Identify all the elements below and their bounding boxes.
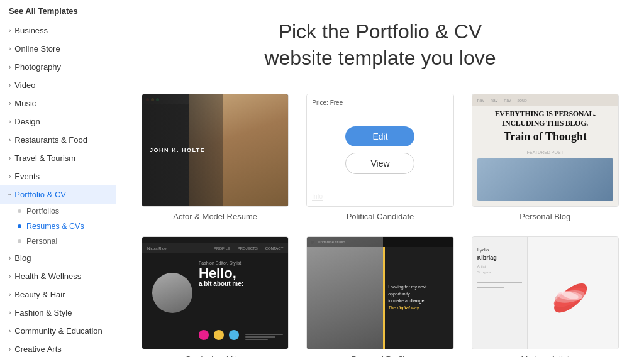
chevron-right-icon: › [9,100,11,107]
sidebar-item-portfolio-cv[interactable]: › Portfolio & CV [0,185,116,204]
view-button-political[interactable]: View [345,153,414,174]
template-card-modern-artist[interactable]: Lydia Kibriag ArtistSculptor [472,236,619,357]
sidebar-item-restaurants-food[interactable]: › Restaurants & Food [0,131,116,149]
price-badge: Price: Free [312,99,343,106]
sidebar: See All Templates › Business › Online St… [0,0,116,357]
edit-button-actor[interactable]: Edit [180,126,250,146]
sidebar-subitem-resumes-cvs[interactable]: Resumes & CVs [0,219,116,234]
sidebar-item-label: Fashion & Style [14,308,72,317]
sidebar-item-label: Portfolio & CV [14,190,66,199]
chevron-right-icon: › [9,273,11,280]
chevron-right-icon: › [9,118,11,125]
chevron-right-icon: › [9,255,11,261]
template-card-profile[interactable]: underline.studio Looking for my next opp… [306,236,453,357]
thumb-overlay-political: Edit View [307,94,453,206]
sidebar-item-community-education[interactable]: › Community & Education [0,322,116,340]
chevron-right-icon: › [9,291,11,298]
template-card-actor-model[interactable]: JOHN K. HOLTE Edit View Actor & Model Re… [142,94,289,221]
sidebar-item-video[interactable]: › Video [0,76,116,94]
sidebar-item-label: Creative Arts [14,344,61,354]
sidebar-subitem-label: Portfolios [26,207,59,216]
template-card-personal-blog[interactable]: navnavnavsoup EVERYTHING IS PERSONAL. IN… [472,94,619,221]
edit-button-blog[interactable]: Edit [511,126,580,146]
chevron-right-icon: › [9,63,11,70]
sidebar-subitem-label: Personal [26,237,57,246]
sidebar-item-label: Blog [14,253,31,263]
template-label-profile: Personal Profile [306,354,453,357]
view-button-blog[interactable]: View [511,153,580,174]
template-card-cv[interactable]: Nicola RiderPROFILEPROJECTSCONTACT Fashi… [142,236,289,357]
template-label-artist: Modern Artist [472,354,619,357]
view-button-actor[interactable]: View [180,153,250,174]
sidebar-subitem-portfolios[interactable]: Portfolios [0,204,116,219]
sidebar-subitem-personal[interactable]: Personal [0,234,116,249]
chevron-right-icon: › [9,173,11,180]
chevron-right-icon: › [9,327,11,334]
bullet-icon [18,224,21,228]
main-content: Pick the Portfolio & CV website template… [116,0,644,357]
sidebar-item-label: Design [14,117,40,126]
chevron-right-icon: › [9,45,11,52]
template-thumb-profile[interactable]: underline.studio Looking for my next opp… [306,236,453,349]
sidebar-item-beauty-hair[interactable]: › Beauty & Hair [0,285,116,304]
template-thumb-political[interactable]: Price: Free Info Edit View [306,94,453,207]
edit-button-artist[interactable]: Edit [511,269,580,289]
sidebar-item-photography[interactable]: › Photography [0,58,116,76]
template-label-blog: Personal Blog [472,212,619,221]
template-grid: JOHN K. HOLTE Edit View Actor & Model Re… [142,94,619,357]
sidebar-item-health-wellness[interactable]: › Health & Wellness [0,267,116,285]
sidebar-item-blog[interactable]: › Blog [0,249,116,267]
sidebar-item-label: Music [14,99,36,108]
sidebar-item-label: Community & Education [14,326,102,336]
sidebar-item-events[interactable]: › Events [0,167,116,185]
chevron-right-icon: › [9,136,11,143]
sidebar-item-label: Travel & Tourism [14,153,75,163]
template-thumb-cv[interactable]: Nicola RiderPROFILEPROJECTSCONTACT Fashi… [142,236,289,349]
chevron-down-icon: › [6,194,13,195]
sidebar-item-online-store[interactable]: › Online Store [0,40,116,58]
chevron-right-icon: › [9,346,11,353]
page-title: Pick the Portfolio & CV website template… [142,19,619,71]
template-label-political: Political Candidate [306,212,453,221]
view-button-artist[interactable]: View [511,295,580,317]
sidebar-item-creative-arts[interactable]: › Creative Arts [0,340,116,357]
sidebar-header: See All Templates [0,0,116,21]
bullet-icon [18,239,21,243]
template-card-political[interactable]: Price: Free Info Edit View Political Can… [306,94,453,221]
template-thumb-modern-artist[interactable]: Lydia Kibriag ArtistSculptor [472,236,619,349]
sidebar-item-label: Business [14,26,48,35]
edit-button-profile[interactable]: Edit [345,269,414,289]
sidebar-subitem-label: Resumes & CVs [26,222,84,231]
chevron-right-icon: › [9,309,11,316]
sidebar-item-design[interactable]: › Design [0,113,116,131]
template-thumb-actor-model[interactable]: JOHN K. HOLTE Edit View [142,94,289,207]
sidebar-item-label: Events [14,172,40,181]
sidebar-item-label: Beauty & Hair [14,290,65,299]
sidebar-item-music[interactable]: › Music [0,94,116,113]
bullet-icon [18,209,21,213]
chevron-right-icon: › [9,82,11,89]
sidebar-item-label: Online Store [14,44,60,53]
template-label-actor: Actor & Model Resume [142,212,289,221]
sidebar-item-label: Restaurants & Food [14,135,87,145]
edit-button-political[interactable]: Edit [345,126,414,146]
chevron-right-icon: › [9,155,11,162]
view-button-profile[interactable]: View [345,295,414,317]
sidebar-item-label: Video [14,80,35,90]
template-label-cv: Curriculum Vitae [142,354,289,357]
template-thumb-personal-blog[interactable]: navnavnavsoup EVERYTHING IS PERSONAL. IN… [472,94,619,207]
sidebar-item-travel-tourism[interactable]: › Travel & Tourism [0,149,116,167]
sidebar-item-business[interactable]: › Business [0,21,116,40]
chevron-right-icon: › [9,27,11,34]
sidebar-item-label: Photography [14,62,61,72]
sidebar-item-fashion-style[interactable]: › Fashion & Style [0,304,116,322]
sidebar-item-label: Health & Wellness [14,272,81,281]
